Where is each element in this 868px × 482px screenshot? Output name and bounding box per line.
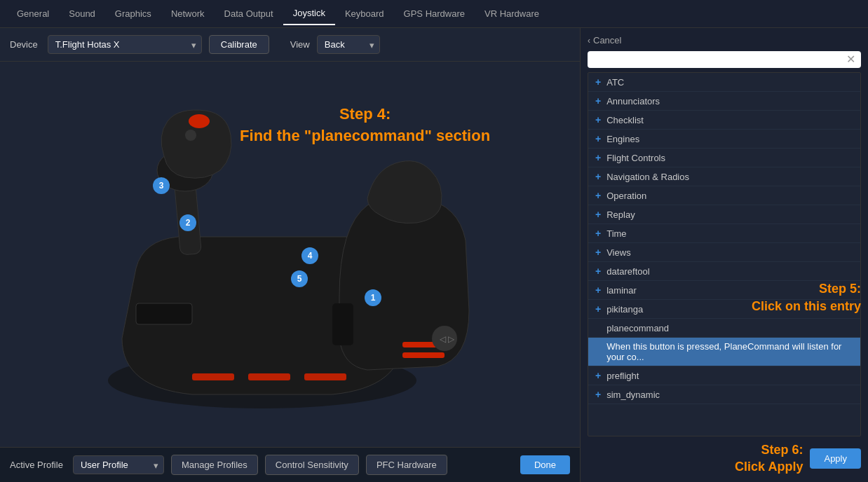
plus-icon: + [595, 266, 601, 277]
footer: Active Profile User Profile Manage Profi… [0, 447, 580, 482]
list-item[interactable]: +ATC [588, 73, 860, 92]
search-input[interactable] [593, 55, 846, 65]
plus-icon: + [595, 133, 601, 144]
device-bar: Device T.Flight Hotas X Calibrate View B… [0, 28, 580, 62]
tab-bar: General Sound Graphics Network Data Outp… [0, 0, 868, 28]
step6-line1: Step 6: [735, 442, 803, 458]
apply-button[interactable]: Apply [810, 448, 861, 469]
tab-gps-hardware[interactable]: GPS Hardware [394, 3, 475, 25]
svg-rect-9 [402, 352, 445, 358]
main-layout: Device T.Flight Hotas X Calibrate View B… [0, 28, 868, 482]
joystick-area: Step 4: Find the "planecommand" section [0, 62, 580, 447]
control-sensitivity-button[interactable]: Control Sensitivity [265, 455, 359, 475]
item-label: When this button is pressed, PlaneComman… [606, 341, 853, 362]
command-list[interactable]: +ATC+Annunciators+Checklist+Engines+Flig… [588, 72, 861, 436]
cancel-link[interactable]: ‹ Cancel [588, 35, 861, 46]
tab-joystick[interactable]: Joystick [283, 2, 335, 25]
item-label: ATC [606, 77, 624, 88]
tab-general[interactable]: General [7, 3, 59, 25]
step6-line2: Click Apply [735, 459, 803, 475]
plus-icon: + [595, 209, 601, 220]
right-panel: ‹ Cancel ✕ +ATC+Annunciators+Checklist+E… [581, 28, 868, 482]
item-label: Engines [606, 134, 639, 144]
plus-icon: + [595, 247, 601, 258]
list-item[interactable]: +Replay [588, 205, 860, 224]
plus-icon: + [595, 190, 601, 201]
item-label: pikitanga [606, 304, 643, 315]
svg-text:◁: ◁ [440, 334, 447, 344]
item-label: planecommand [606, 323, 669, 333]
svg-rect-1 [192, 373, 234, 380]
list-item[interactable]: +Operation [588, 186, 860, 205]
item-label: Checklist [606, 115, 644, 125]
active-profile-label: Active Profile [10, 460, 63, 470]
list-item[interactable]: +preflight [588, 366, 860, 385]
list-item[interactable]: +laminar [588, 281, 860, 300]
list-item[interactable]: +Time [588, 224, 860, 243]
list-item[interactable]: +Engines [588, 130, 860, 149]
svg-rect-2 [248, 373, 290, 380]
plus-icon: + [595, 171, 601, 182]
list-item[interactable]: +sim_dynamic [588, 385, 860, 404]
list-item[interactable]: +datareftool [588, 262, 860, 281]
item-label: Views [606, 247, 630, 258]
tab-network[interactable]: Network [161, 3, 215, 25]
list-item[interactable]: +planecommand [588, 319, 860, 338]
list-item[interactable]: +Annunciators [588, 92, 860, 111]
tab-graphics[interactable]: Graphics [105, 3, 161, 25]
list-item[interactable]: +Checklist [588, 111, 860, 130]
item-label: Replay [606, 209, 635, 220]
joystick-svg: ◁ ▷ [66, 100, 515, 408]
tab-sound[interactable]: Sound [59, 3, 105, 25]
circle-4: 4 [301, 247, 318, 264]
tab-vr-hardware[interactable]: VR Hardware [475, 3, 549, 25]
plus-icon: + [595, 114, 601, 125]
plus-icon: + [595, 228, 601, 239]
profile-select-wrap: User Profile [73, 455, 164, 474]
device-select[interactable]: T.Flight Hotas X [48, 35, 202, 54]
plus-icon: + [595, 370, 601, 381]
item-label: datareftool [606, 266, 649, 277]
circle-3: 3 [153, 177, 170, 194]
list-item[interactable]: +Views [588, 243, 860, 262]
item-label: Time [606, 228, 626, 239]
cancel-label: Cancel [593, 35, 621, 46]
calibrate-button[interactable]: Calibrate [209, 35, 269, 54]
tab-keyboard[interactable]: Keyboard [335, 3, 394, 25]
circle-1: 1 [365, 289, 381, 306]
view-label: View [290, 39, 310, 50]
svg-text:▷: ▷ [448, 334, 455, 344]
item-label: preflight [606, 371, 639, 381]
item-label: sim_dynamic [606, 390, 660, 400]
list-item[interactable]: +Flight Controls [588, 149, 860, 167]
view-select[interactable]: Back [317, 35, 380, 54]
pfc-hardware-button[interactable]: PFC Hardware [366, 455, 447, 475]
search-clear-icon[interactable]: ✕ [846, 54, 855, 65]
item-label: laminar [606, 285, 637, 296]
list-item[interactable]: +pikitanga [588, 300, 860, 319]
view-select-wrap: Back [317, 35, 380, 54]
device-select-wrap: T.Flight Hotas X [48, 35, 202, 54]
list-item[interactable]: +Navigation & Radios [588, 167, 860, 186]
tab-data-output[interactable]: Data Output [215, 3, 283, 25]
circle-2: 2 [179, 214, 196, 231]
device-label: Device [10, 39, 38, 50]
plus-icon: + [595, 389, 601, 400]
done-button[interactable]: Done [520, 455, 570, 474]
svg-point-7 [185, 130, 196, 141]
step6-text: Step 6: Click Apply [735, 442, 803, 475]
plus-icon: + [595, 303, 601, 315]
apply-area: Step 6: Click Apply Apply [588, 442, 861, 475]
profile-select[interactable]: User Profile [73, 455, 164, 474]
item-label: Flight Controls [606, 153, 665, 163]
joystick-image: ◁ ▷ 1 2 3 4 5 [0, 62, 580, 447]
list-item[interactable]: +When this button is pressed, PlaneComma… [588, 338, 860, 366]
svg-rect-10 [332, 303, 353, 345]
svg-rect-11 [136, 303, 192, 324]
svg-point-6 [189, 114, 210, 128]
item-label: Navigation & Radios [606, 172, 689, 182]
svg-rect-3 [304, 373, 346, 380]
plus-icon: + [595, 95, 601, 106]
plus-icon: + [595, 152, 601, 163]
manage-profiles-button[interactable]: Manage Profiles [171, 455, 258, 475]
